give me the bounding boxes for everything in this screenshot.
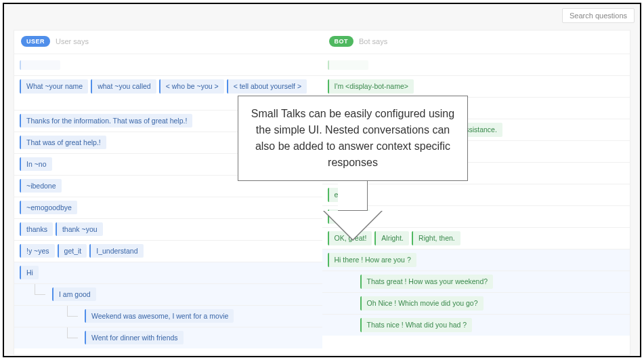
annotation-arrow-stem	[338, 181, 368, 211]
bot-utterance-pill[interactable]: Hi there ! How are you ?	[328, 253, 416, 267]
user-row[interactable]: I am good	[14, 283, 322, 305]
user-row[interactable]: Hi	[14, 262, 322, 283]
bot-utterance-pill[interactable]: Thats great ! How was your weekend?	[360, 275, 494, 289]
user-column-header: USER User says	[14, 31, 322, 54]
user-utterance-pill[interactable]: I_understand	[89, 244, 143, 258]
user-utterance-pill[interactable]: Thanks for the information. That was of …	[20, 114, 192, 128]
user-row[interactable]	[14, 54, 322, 75]
bot-utterance-pill[interactable]: Thats nice ! What did you had ?	[360, 318, 473, 332]
user-utterance-pill[interactable]: what ~you called	[91, 79, 156, 94]
user-head-label: User says	[56, 37, 89, 45]
user-utterance-pill[interactable]: thanks	[20, 222, 53, 237]
bot-row[interactable]: Oh Nice ! Which movie did you go?	[322, 292, 630, 314]
bot-utterance-pill[interactable]: I'm <display-bot-name>	[328, 79, 414, 94]
user-utterance-pill[interactable]: get_it	[58, 244, 87, 258]
search-questions-button[interactable]: Search questions	[562, 8, 635, 23]
user-utterance-pill[interactable]: What ~your name	[20, 79, 88, 94]
editor-canvas: USER User says What ~your namewhat ~you …	[14, 30, 630, 355]
user-utterance-pill[interactable]: < who be ~you >	[159, 79, 224, 94]
bot-row[interactable]: Thats nice ! What did you had ?	[322, 314, 630, 336]
bot-head-label: Bot says	[359, 37, 387, 45]
bot-row[interactable]	[322, 54, 630, 75]
user-utterance-pill[interactable]: Hi	[20, 266, 39, 280]
user-utterance-pill[interactable]: I am good	[52, 287, 96, 302]
user-badge: USER	[21, 36, 50, 47]
bot-row[interactable]: Hi there ! How are you ?	[322, 249, 630, 271]
bot-column-header: BOT Bot says	[322, 31, 630, 54]
bot-utterance-pill[interactable]: Oh Nice ! Which movie did you go?	[360, 296, 484, 311]
user-utterance-pill[interactable]: ~emogoodbye	[20, 201, 77, 215]
user-row[interactable]: Went for dinner with friends	[14, 327, 322, 348]
user-utterance-pill[interactable]: !y ~yes	[20, 244, 55, 258]
topbar: Search questions	[4, 4, 640, 27]
user-utterance-pill[interactable]	[20, 60, 60, 70]
bot-row[interactable]: Thats great ! How was your weekend?	[322, 271, 630, 292]
user-utterance-pill[interactable]: thank ~you	[56, 222, 103, 237]
user-utterance-pill[interactable]: That was of great help.!	[20, 136, 106, 150]
user-utterance-pill[interactable]: Went for dinner with friends	[85, 331, 184, 345]
annotation-text: Small Talks can be easily configured usi…	[238, 96, 468, 181]
user-utterance-pill[interactable]: Weekend was awesome, I went for a movie	[85, 309, 234, 323]
user-row[interactable]: Weekend was awesome, I went for a movie	[14, 305, 322, 327]
annotation-callout: Small Talks can be easily configured usi…	[238, 96, 468, 241]
user-utterance-pill[interactable]: < tell about yourself >	[227, 79, 307, 94]
bot-row[interactable]: I'm <display-bot-name>	[322, 75, 630, 97]
annotation-arrow-tip	[323, 211, 383, 241]
app-frame: Search questions USER User says What ~yo…	[3, 3, 641, 357]
bot-badge: BOT	[329, 36, 354, 47]
user-utterance-pill[interactable]: ~ibedone	[20, 179, 62, 193]
user-row[interactable]: !y ~yesget_itI_understand	[14, 240, 322, 262]
bot-utterance-pill[interactable]	[328, 60, 368, 70]
user-utterance-pill[interactable]: In ~no	[20, 157, 52, 172]
